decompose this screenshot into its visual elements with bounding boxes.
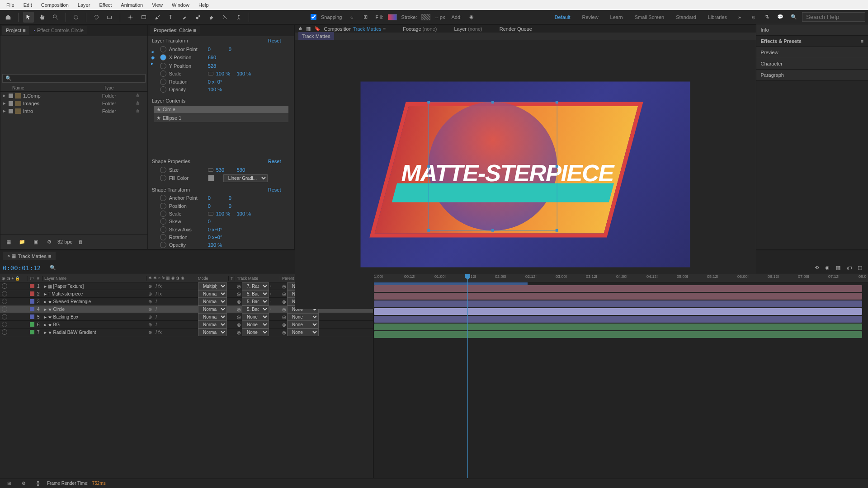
project-search[interactable]: 🔍 <box>2 74 146 83</box>
clone-tool-icon[interactable] <box>193 12 203 23</box>
track-matte-dropdown[interactable]: None <box>242 313 269 321</box>
snap-opt1-icon[interactable]: ⟐ <box>347 12 358 23</box>
pen-tool-icon[interactable] <box>152 12 163 23</box>
eraser-tool-icon[interactable] <box>206 12 217 23</box>
track-matte-dropdown[interactable]: 7. Radial <box>242 282 269 290</box>
track-matte-dropdown[interactable]: None <box>242 328 269 336</box>
label-color[interactable] <box>30 314 34 319</box>
time-ruler[interactable]: 1:00f00:12f01:00f01:12f02:00f02:12f03:00… <box>374 274 868 282</box>
track-matte-dropdown[interactable]: 5. Backin <box>242 305 269 313</box>
rotation-val[interactable]: 0 x+0° <box>208 79 226 84</box>
menu-edit[interactable]: Edit <box>19 2 37 8</box>
brush-tool-icon[interactable] <box>179 12 190 23</box>
fill-swatch[interactable] <box>388 14 397 20</box>
label-color[interactable] <box>30 322 34 327</box>
layer-duration-bar[interactable] <box>374 316 862 323</box>
stopwatch-icon[interactable] <box>160 70 166 77</box>
visibility-toggle[interactable] <box>2 329 7 335</box>
col-layer-name[interactable]: Layer Name <box>42 276 146 281</box>
tl-opt2-icon[interactable]: ◉ <box>822 263 833 273</box>
blend-mode-dropdown[interactable]: Normal <box>198 290 227 298</box>
timeline-layer-row[interactable]: 7 ▸ ★ Radial B&W Gradient ⊕ / fx Normal … <box>0 328 373 336</box>
ellipse-item[interactable]: ★ Ellipse 1 <box>154 114 288 122</box>
text-tool-icon[interactable]: T <box>165 12 176 23</box>
menu-help[interactable]: Help <box>194 2 213 8</box>
rotate-tool-icon[interactable] <box>91 12 102 23</box>
label-color[interactable] <box>30 330 34 334</box>
preview-panel-tab[interactable]: Preview <box>756 47 868 58</box>
workspace-libraries[interactable]: Libraries <box>703 14 731 20</box>
visibility-toggle[interactable] <box>2 322 7 327</box>
paragraph-panel-tab[interactable]: Paragraph <box>756 70 868 81</box>
selection-bounds[interactable] <box>428 102 557 231</box>
comp-flow-icon[interactable]: ⋔ <box>298 26 302 32</box>
stopwatch-icon[interactable] <box>160 195 166 201</box>
layer-duration-bar[interactable] <box>374 300 862 307</box>
anchor-y[interactable]: 0 <box>229 47 247 52</box>
comp-marker-icon[interactable]: 🔖 <box>314 26 321 32</box>
track-matte-dropdown[interactable]: 5. Backin <box>242 298 269 305</box>
menu-composition[interactable]: Composition <box>37 2 73 8</box>
reset-shape-transform[interactable]: Reset <box>268 187 290 192</box>
blend-mode-dropdown[interactable]: Normal <box>198 305 227 313</box>
col-num[interactable]: # <box>35 276 42 281</box>
parent-dropdown[interactable]: None <box>287 313 319 321</box>
parent-dropdown[interactable]: None <box>287 328 319 336</box>
stroke-width[interactable]: -- px <box>433 14 447 20</box>
timeline-layer-row[interactable]: 6 ▸ ★ BG ⊕ / Normal ◎None ◎None <box>0 321 373 328</box>
reset-transform[interactable]: Reset <box>268 38 290 43</box>
tl-footer-icon3[interactable]: {} <box>33 478 43 488</box>
visibility-toggle[interactable] <box>2 291 7 296</box>
fill-swatch[interactable] <box>208 175 214 181</box>
project-settings-icon[interactable]: ⚙ <box>44 236 55 247</box>
x-position-val[interactable]: 660 <box>208 55 226 60</box>
active-comp-tab[interactable]: Track Mattes <box>298 32 334 40</box>
stopwatch-icon[interactable] <box>160 175 166 181</box>
workspace-learn[interactable]: Learn <box>606 14 627 20</box>
stroke-swatch[interactable] <box>421 14 430 20</box>
layer-tab[interactable]: Layer (none) <box>454 26 482 32</box>
hand-tool-icon[interactable] <box>37 12 47 23</box>
st-scale-y[interactable]: 100 % <box>237 211 255 216</box>
selection-tool-icon[interactable] <box>23 12 34 23</box>
visibility-toggle[interactable] <box>2 314 7 319</box>
project-item[interactable]: ▸ IntroFolder ⋔ <box>0 107 147 115</box>
stopwatch-icon[interactable] <box>160 203 166 209</box>
rect-tool-icon[interactable] <box>138 12 149 23</box>
anchor-tool-icon[interactable] <box>125 12 136 23</box>
info-panel-tab[interactable]: Info <box>756 24 868 36</box>
search-input[interactable] <box>802 12 865 22</box>
orbit-tool-icon[interactable] <box>71 12 81 23</box>
menu-layer[interactable]: Layer <box>73 2 95 8</box>
layer-duration-bar[interactable] <box>374 285 862 292</box>
tl-opt1-icon[interactable]: ⟲ <box>811 263 822 273</box>
visibility-toggle[interactable] <box>2 283 7 289</box>
interpret-icon[interactable]: ▦ <box>3 236 14 247</box>
workspace-small[interactable]: Small Screen <box>630 14 669 20</box>
layer-duration-bar[interactable] <box>374 293 862 300</box>
snap-opt2-icon[interactable]: ⊞ <box>360 12 371 23</box>
bpc-label[interactable]: 32 bpc <box>57 239 72 244</box>
blend-mode-dropdown[interactable]: Multiply <box>198 282 227 290</box>
comp-layer-icon[interactable]: ▦ <box>306 26 311 32</box>
snapping-checkbox[interactable] <box>311 14 316 20</box>
stopwatch-icon[interactable] <box>160 234 166 240</box>
stopwatch-icon[interactable] <box>160 79 166 85</box>
stopwatch-icon[interactable] <box>160 86 166 93</box>
add-button-icon[interactable]: ◉ <box>466 12 477 23</box>
effects-presets-panel[interactable]: Effects & Presets≡ <box>756 36 868 47</box>
skew-axis-val[interactable]: 0 x+0° <box>208 227 226 232</box>
anchor-x[interactable]: 0 <box>208 47 226 52</box>
visibility-toggle[interactable] <box>2 299 7 304</box>
col-type[interactable]: Type <box>104 85 136 90</box>
character-panel-tab[interactable]: Character <box>756 58 868 70</box>
footage-tab[interactable]: Footage (none) <box>403 26 437 32</box>
home-icon[interactable] <box>3 12 14 23</box>
toggle-switches-icon[interactable]: ⊞ <box>4 478 14 488</box>
playhead[interactable] <box>467 274 468 487</box>
col-mode[interactable]: Mode <box>196 276 229 281</box>
st-op-val[interactable]: 100 % <box>208 242 226 248</box>
shape-circle-item[interactable]: ★ Circle <box>154 106 288 113</box>
st-rot-val[interactable]: 0 x+0° <box>208 235 226 240</box>
roto-tool-icon[interactable] <box>220 12 231 23</box>
